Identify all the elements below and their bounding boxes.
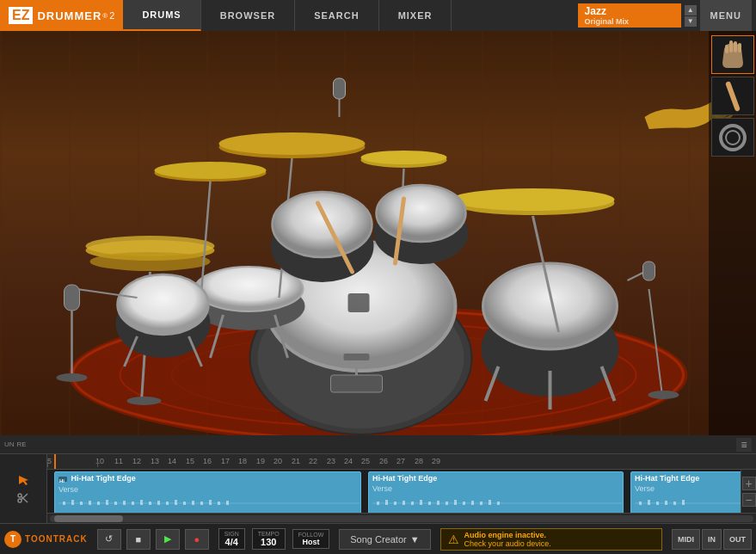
svg-rect-98 <box>377 502 379 505</box>
instrument-thumb-stick[interactable] <box>711 77 754 115</box>
svg-point-39 <box>377 185 466 242</box>
ruler-tick-16: 16 <box>203 457 212 465</box>
svg-rect-46 <box>344 354 370 360</box>
svg-point-21 <box>90 252 211 271</box>
track-block-1-sub: Verse <box>58 485 357 494</box>
logo-area: EZ DRUMMER ® 2 <box>0 0 123 31</box>
svg-rect-94 <box>209 500 212 505</box>
svg-rect-78 <box>71 500 74 505</box>
svg-rect-85 <box>132 502 134 505</box>
svg-rect-84 <box>123 501 126 505</box>
svg-rect-62 <box>734 41 737 52</box>
svg-rect-54 <box>334 78 346 99</box>
seq-options-button[interactable]: ≡ <box>736 438 752 452</box>
right-panel <box>709 31 756 435</box>
seq-ruler: 5 10 11 12 13 14 15 16 17 18 19 20 21 22 <box>47 454 756 470</box>
sign-value: 4/4 <box>225 537 238 547</box>
nav-tabs: DRUMS BROWSER SEARCH MIXER <box>123 0 573 31</box>
preset-down-button[interactable]: ▼ <box>685 16 697 27</box>
svg-point-11 <box>483 263 618 349</box>
toontrack-icon: T <box>4 531 22 548</box>
svg-rect-82 <box>106 500 108 505</box>
loop-button[interactable]: ↺ <box>97 529 121 550</box>
svg-rect-109 <box>471 501 474 505</box>
seq-tracks: Hi Hi-Hat Tight Edge Verse <box>47 470 756 513</box>
midi-in-button[interactable]: IN <box>702 529 722 550</box>
track-block-2-sub: Verse <box>372 484 619 493</box>
follow-label: Follow <box>298 532 324 538</box>
play-button[interactable]: ▶ <box>156 529 180 550</box>
menu-button[interactable]: MENU <box>700 0 752 31</box>
tempo-box[interactable]: Tempo 130 <box>252 528 286 550</box>
ruler-tick-12: 12 <box>132 457 141 465</box>
drum-kit-svg <box>0 31 756 435</box>
follow-value: Host <box>303 538 320 546</box>
instrument-thumb-hand[interactable] <box>711 35 754 74</box>
svg-rect-44 <box>331 375 383 392</box>
svg-rect-91 <box>183 502 186 505</box>
svg-rect-77 <box>63 502 65 505</box>
tab-drums[interactable]: DRUMS <box>123 0 200 31</box>
ruler-tick-22: 22 <box>309 457 317 465</box>
svg-point-52 <box>57 373 88 382</box>
track-block-1-title: Hi Hi-Hat Tight Edge <box>58 474 357 483</box>
instrument-thumb-tambourine[interactable] <box>711 118 754 157</box>
warning-line1: Audio engine inactive. <box>464 531 551 539</box>
track-block-1[interactable]: Hi Hi-Hat Tight Edge Verse <box>54 471 361 513</box>
tab-search[interactable]: SEARCH <box>295 0 378 31</box>
select-tool[interactable] <box>15 472 32 488</box>
midi-out-button[interactable]: OUT <box>723 529 752 550</box>
zoom-in-button[interactable]: + <box>742 477 756 490</box>
preset-arrows: ▲ ▼ <box>685 5 697 27</box>
tab-browser[interactable]: BROWSER <box>201 0 295 31</box>
svg-rect-81 <box>97 502 100 505</box>
svg-rect-112 <box>497 502 500 505</box>
svg-rect-9 <box>348 293 370 312</box>
track-block-3-title: Hi-Hat Tight Edge <box>635 474 738 483</box>
song-creator-label: Song Creator <box>350 534 406 545</box>
preset-select[interactable]: Jazz Original Mix <box>578 3 681 28</box>
tempo-value: 130 <box>261 537 276 547</box>
svg-rect-93 <box>200 502 203 505</box>
track-block-2-inner: Hi-Hat Tight Edge Verse <box>369 472 623 495</box>
warning-line2: Check your audio device. <box>464 539 551 548</box>
scrollbar-thumb[interactable] <box>54 515 123 522</box>
svg-rect-86 <box>140 500 143 505</box>
preset-sub: Original Mix <box>585 17 674 26</box>
sign-tempo: Sign 4/4 Tempo 130 Follow Host <box>218 528 330 550</box>
svg-rect-111 <box>489 500 491 505</box>
seq-left-tools <box>0 454 47 523</box>
seq-content: 5 10 11 12 13 14 15 16 17 18 19 20 21 22 <box>47 454 756 523</box>
svg-rect-50 <box>65 285 80 311</box>
record-button[interactable]: ● <box>185 529 209 550</box>
scissors-tool[interactable] <box>15 490 32 506</box>
logo-2: 2 <box>109 10 114 21</box>
top-bar: EZ DRUMMER ® 2 DRUMS BROWSER SEARCH MIXE… <box>0 0 756 31</box>
svg-text:Hi: Hi <box>59 478 65 483</box>
track-block-3-sub: Verse <box>635 484 738 493</box>
svg-rect-114 <box>639 502 642 505</box>
preset-up-button[interactable]: ▲ <box>685 5 697 15</box>
svg-point-41 <box>118 274 209 335</box>
preset-area: Jazz Original Mix ▲ ▼ MENU <box>574 0 756 31</box>
ruler-tick-13: 13 <box>151 457 159 465</box>
stop-button[interactable]: ■ <box>126 529 151 550</box>
svg-rect-96 <box>226 501 229 505</box>
svg-rect-79 <box>80 502 83 505</box>
svg-rect-103 <box>420 500 422 505</box>
track-block-2[interactable]: Hi-Hat Tight Edge Verse <box>368 471 624 513</box>
midi-button[interactable]: MIDI <box>672 529 700 550</box>
stick-image <box>712 77 753 114</box>
song-creator-button[interactable]: Song Creator ▼ <box>339 529 430 550</box>
svg-rect-83 <box>114 502 117 505</box>
svg-rect-99 <box>385 500 388 505</box>
seq-scrollbar[interactable] <box>47 513 756 523</box>
song-creator-arrow: ▼ <box>410 534 420 545</box>
track-block-2-title: Hi-Hat Tight Edge <box>372 474 619 483</box>
svg-rect-110 <box>480 502 482 505</box>
track-block-3[interactable]: Hi-Hat Tight Edge Verse <box>630 471 742 513</box>
tab-mixer[interactable]: MIXER <box>379 0 452 31</box>
zoom-out-button[interactable]: − <box>742 493 756 507</box>
scrollbar-track[interactable] <box>50 515 753 522</box>
svg-rect-61 <box>729 40 733 52</box>
